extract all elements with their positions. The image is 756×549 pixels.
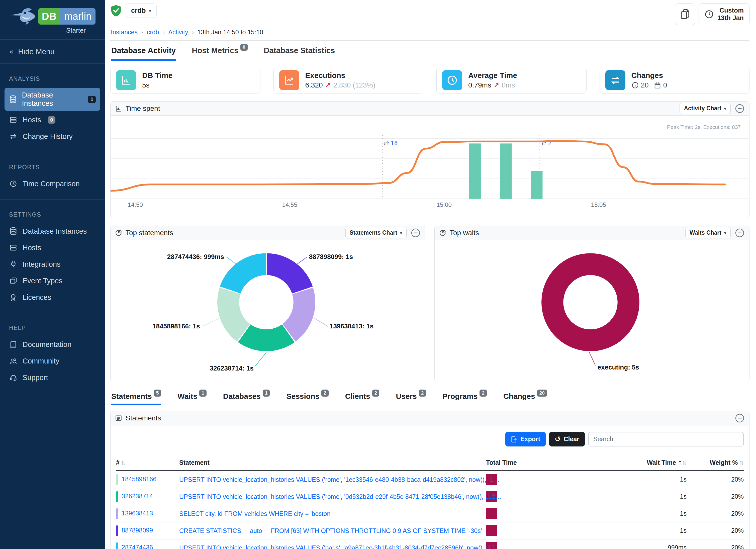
breadcrumb-activity[interactable]: Activity — [168, 29, 188, 36]
column-header-weight[interactable]: Weight % ⇅ — [687, 455, 744, 471]
label-leader-line — [315, 318, 328, 326]
hide-menu-button[interactable]: « Hide Menu — [0, 40, 105, 63]
executions-bar[interactable] — [500, 143, 512, 199]
server-icon — [9, 116, 18, 124]
time-spent-chart-svg: ⇄18⇄214:5014:5515:0015:05 — [111, 131, 749, 214]
change-marker[interactable]: ⇄18 — [384, 139, 398, 147]
detail-tab-users[interactable]: Users 2 — [396, 392, 426, 405]
executions-bar[interactable] — [469, 143, 481, 199]
main-content: crdb ▾ Custom 13th Jan Instances — [105, 0, 756, 549]
kpi-executions: Executions 6,320 ↗ 2,830 (123%) — [273, 67, 424, 94]
weight-value: 20% — [687, 539, 744, 549]
collapse-panel-button[interactable] — [411, 228, 421, 238]
statements-chart-selector[interactable]: Statements Chart ▾ — [345, 227, 407, 238]
collapse-panel-button[interactable] — [735, 228, 745, 238]
tab-database-activity[interactable]: Database Activity — [111, 46, 176, 61]
table-row: 287474436 UPSERT INTO vehicle_location_h… — [116, 539, 744, 549]
tab-host-metrics[interactable]: Host Metrics 0 — [192, 46, 248, 61]
donut-slice-label: 1845898166: 1s — [152, 322, 200, 330]
search-input[interactable] — [588, 432, 744, 446]
chevron-right-icon: › — [141, 29, 143, 35]
sidebar-item-event-types[interactable]: Event Types — [5, 273, 100, 288]
waits-chart-selector[interactable]: Waits Chart ▾ — [685, 227, 731, 238]
sidebar-item-hosts[interactable]: Hosts 0 — [5, 112, 100, 127]
changes-calendar-count: 0 — [663, 81, 667, 89]
sidebar-item-documentation[interactable]: Documentation — [5, 337, 100, 352]
time-range-mode: Custom — [717, 7, 744, 14]
tab-count-badge: 1 — [199, 390, 207, 397]
detail-tab-sessions[interactable]: Sessions 2 — [286, 392, 328, 405]
statement-link[interactable]: UPSERT INTO vehicle_location_histories V… — [179, 476, 503, 483]
logo-db: DB — [38, 8, 60, 25]
clear-button[interactable]: ↺ Clear — [549, 432, 585, 446]
activity-chart-selector[interactable]: Activity Chart ▾ — [680, 103, 731, 114]
peak-note: Peak Time: 2s, Executions: 837 — [667, 124, 741, 130]
chevron-down-icon: ▾ — [149, 8, 151, 14]
chevron-down-icon: ▾ — [400, 230, 402, 236]
sidebar-item-licences[interactable]: Licences — [5, 290, 100, 305]
collapse-panel-button[interactable] — [735, 413, 745, 423]
statement-id-link[interactable]: 1845898166 — [122, 475, 156, 482]
time-spent-chart[interactable]: ⇄18⇄214:5014:5515:0015:05 — [111, 131, 749, 214]
detail-tab-changes[interactable]: Changes 20 — [503, 392, 547, 405]
detail-tab-statements[interactable]: Statements 5 — [111, 392, 161, 405]
sidebar-item-database-instances-settings[interactable]: Database Instances — [5, 224, 100, 239]
sidebar-item-support[interactable]: Support — [5, 370, 100, 385]
top-statements-donut-chart[interactable]: 887898099: 1s139638413: 1s326238714: 1s1… — [111, 240, 425, 381]
statement-link[interactable]: CREATE STATISTICS __auto__ FROM [63] WIT… — [179, 527, 482, 534]
donut-slice[interactable] — [267, 253, 313, 294]
tab-database-statistics[interactable]: Database Statistics — [264, 46, 335, 61]
clock-icon — [9, 179, 18, 188]
breadcrumb-instances[interactable]: Instances — [111, 29, 138, 36]
detail-tabs: Statements 5 Waits 1 Databases 1 Session… — [110, 392, 749, 405]
breadcrumb-crdb[interactable]: crdb — [147, 29, 159, 36]
column-header-total-time[interactable]: Total Time — [486, 455, 604, 471]
statement-link[interactable]: UPSERT INTO vehicle_location_histories V… — [179, 493, 503, 500]
label-leader-line — [227, 257, 237, 265]
logo[interactable]: DB marlin Starter — [0, 0, 105, 39]
sidebar-item-community[interactable]: Community — [5, 353, 100, 369]
statement-id-link[interactable]: 287474436 — [122, 543, 153, 549]
sidebar-item-time-comparison[interactable]: Time Comparison — [5, 176, 100, 191]
statement-id-link[interactable]: 139638413 — [122, 509, 153, 516]
wait-time-value: 999ms — [604, 539, 687, 549]
column-header-wait-time[interactable]: Wait Time ↑⇅ — [604, 455, 687, 471]
label-leader-line — [589, 351, 595, 365]
marlin-fish-icon — [9, 7, 37, 26]
tab-count-badge: 2 — [419, 390, 426, 397]
executions-bar[interactable] — [531, 171, 542, 199]
sidebar-item-hosts-settings[interactable]: Hosts — [5, 240, 100, 255]
instance-selector[interactable]: crdb ▾ — [126, 4, 157, 18]
time-range-button[interactable]: Custom 13th Jan — [699, 4, 750, 25]
statement-link[interactable]: SELECT city, id FROM vehicles WHERE city… — [179, 510, 332, 517]
sidebar-item-database-instances[interactable]: Database Instances 1 — [5, 88, 100, 111]
detail-tab-databases[interactable]: Databases 1 — [223, 392, 270, 405]
statement-link[interactable]: UPSERT INTO vehicle_location_histories V… — [179, 544, 503, 549]
table-row: 1845898166 UPSERT INTO vehicle_location_… — [116, 471, 744, 488]
column-header-id[interactable]: # ⇅ — [116, 455, 179, 471]
clock-icon — [704, 10, 714, 19]
db-time-line[interactable] — [111, 141, 725, 191]
sidebar-item-integrations[interactable]: Integrations — [5, 257, 100, 272]
column-header-statement[interactable]: Statement — [179, 455, 486, 471]
detail-tab-programs[interactable]: Programs 2 — [442, 392, 487, 405]
statement-color-bar — [116, 508, 118, 519]
sidebar-item-change-history[interactable]: ⇄ Change History — [5, 129, 100, 144]
time-range-date: 13th Jan — [717, 14, 744, 22]
top-waits-donut-chart[interactable]: executing: 5s — [435, 240, 749, 381]
donut-slice[interactable] — [552, 264, 629, 340]
detail-tab-waits[interactable]: Waits 1 — [177, 392, 206, 405]
donut-slice-label: 326238714: 1s — [210, 365, 254, 372]
statement-id-link[interactable]: 326238714 — [122, 492, 153, 499]
count-badge: 0 — [48, 116, 55, 124]
wait-time-value: 1s — [604, 522, 687, 539]
export-button[interactable]: Export — [505, 432, 546, 446]
donut-slice[interactable] — [220, 253, 266, 294]
donut-slice-label: executing: 5s — [598, 364, 639, 371]
copy-link-button[interactable] — [675, 4, 695, 25]
collapse-panel-button[interactable] — [735, 104, 745, 114]
donut-slice-label: 887898099: 1s — [309, 253, 353, 261]
statement-id-link[interactable]: 887898099 — [122, 526, 153, 533]
clock-icon — [442, 70, 462, 90]
detail-tab-clients[interactable]: Clients 2 — [345, 392, 380, 405]
